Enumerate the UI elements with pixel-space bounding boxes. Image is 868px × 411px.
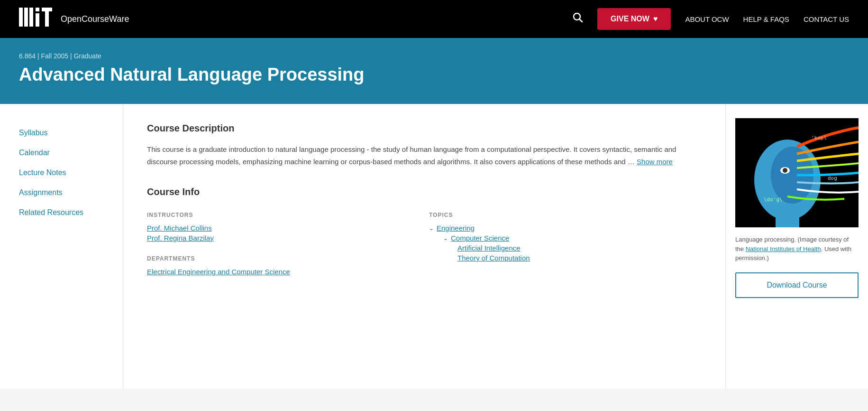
show-more-link[interactable]: Show more <box>637 158 673 166</box>
course-meta: 6.864 | Fall 2005 | Graduate <box>19 52 849 60</box>
nav-contact-us[interactable]: CONTACT US <box>804 15 849 23</box>
heart-icon: ♥ <box>653 15 658 23</box>
sidebar: Syllabus Calendar Lecture Notes Assignme… <box>0 104 123 389</box>
course-info-grid: INSTRUCTORS Prof. Michael Collins Prof. … <box>147 212 702 276</box>
mit-logo-text <box>19 8 57 30</box>
chevron-down-icon-2: ⌄ <box>443 235 448 242</box>
svg-rect-3 <box>36 8 39 11</box>
topics-section: ⌄ Engineering ⌄ Computer Science Ar <box>429 224 702 262</box>
hero-banner: 6.864 | Fall 2005 | Graduate Advanced Na… <box>0 38 868 104</box>
departments-label: DEPARTMENTS <box>147 255 420 262</box>
sidebar-nav-list: Syllabus Calendar Lecture Notes Assignme… <box>0 123 123 223</box>
search-icon[interactable] <box>573 12 583 26</box>
topic-theory-link[interactable]: Theory of Computation <box>457 254 530 262</box>
nav-about-ocw[interactable]: ABOUT OCW <box>685 15 729 23</box>
topic-engineering-link[interactable]: Engineering <box>437 224 475 232</box>
info-left-col: INSTRUCTORS Prof. Michael Collins Prof. … <box>147 212 420 276</box>
svg-rect-6 <box>45 8 49 27</box>
course-image: 'kapl \do'g\ dog <box>735 118 859 227</box>
topic-cs-link[interactable]: Computer Science <box>451 234 509 242</box>
main-container: Syllabus Calendar Lecture Notes Assignme… <box>0 104 868 389</box>
topic-ai-link[interactable]: Artificial Intelligence <box>457 244 521 252</box>
info-right-col: TOPICS ⌄ Engineering ⌄ Computer Science <box>429 212 702 276</box>
instructor-1-link[interactable]: Prof. Regina Barzilay <box>147 234 420 242</box>
svg-point-14 <box>783 168 787 173</box>
svg-rect-11 <box>776 211 799 227</box>
chevron-down-icon: ⌄ <box>429 225 434 232</box>
topic-engineering: ⌄ Engineering ⌄ Computer Science Ar <box>429 224 702 262</box>
give-now-label: GIVE NOW <box>611 15 649 23</box>
svg-text:dog: dog <box>828 175 837 181</box>
sidebar-item-related-resources[interactable]: Related Resources <box>0 203 123 223</box>
svg-rect-0 <box>19 8 23 27</box>
sidebar-item-assignments[interactable]: Assignments <box>0 183 123 203</box>
ocw-label: OpenCourseWare <box>61 14 129 24</box>
topic-cs-section: ⌄ Computer Science Artificial Intelligen… <box>429 234 702 262</box>
sidebar-item-lecture-notes[interactable]: Lecture Notes <box>0 163 123 183</box>
mit-logo-svg <box>19 8 57 27</box>
svg-text:\do'g\: \do'g\ <box>764 196 783 203</box>
course-info-title: Course Info <box>147 187 702 197</box>
svg-text:'kapl: 'kapl <box>811 135 827 141</box>
topic-cs-row: ⌄ Computer Science <box>443 234 702 242</box>
header-nav: GIVE NOW ♥ ABOUT OCW HELP & FAQS CONTACT… <box>573 8 849 30</box>
course-title: Advanced Natural Language Processing <box>19 65 849 85</box>
course-description-text: This course is a graduate introduction t… <box>147 143 702 168</box>
instructor-0-link[interactable]: Prof. Michael Collins <box>147 224 420 232</box>
course-desc-body: This course is a graduate introduction t… <box>147 145 676 166</box>
department-0-link[interactable]: Electrical Engineering and Computer Scie… <box>147 268 290 276</box>
main-content: Course Description This course is a grad… <box>123 104 726 389</box>
instructors-label: INSTRUCTORS <box>147 212 420 218</box>
svg-rect-4 <box>36 13 39 27</box>
right-panel: 'kapl \do'g\ dog Language processing. (I… <box>726 104 868 389</box>
nav-help-faqs[interactable]: HELP & FAQS <box>743 15 789 23</box>
header-left: OpenCourseWare <box>19 8 129 30</box>
course-description-title: Course Description <box>147 123 702 134</box>
topic-ai: Artificial Intelligence <box>457 244 702 252</box>
topic-theory: Theory of Computation <box>457 254 702 262</box>
give-now-button[interactable]: GIVE NOW ♥ <box>597 8 671 30</box>
nih-link[interactable]: National Institutes of Health <box>746 245 821 252</box>
svg-rect-1 <box>24 8 28 27</box>
image-caption: Language processing. (Image courtesy of … <box>735 235 859 263</box>
course-image-svg: 'kapl \do'g\ dog <box>735 118 859 227</box>
sidebar-item-calendar[interactable]: Calendar <box>0 143 123 163</box>
site-header: OpenCourseWare GIVE NOW ♥ ABOUT OCW HELP… <box>0 0 868 38</box>
download-course-button[interactable]: Download Course <box>735 272 859 298</box>
topic-engineering-row: ⌄ Engineering <box>429 224 702 232</box>
topic-cs-children: Artificial Intelligence Theory of Comput… <box>443 244 702 262</box>
topics-label: TOPICS <box>429 212 702 218</box>
mit-logo[interactable]: OpenCourseWare <box>19 8 129 30</box>
svg-line-8 <box>580 19 583 22</box>
sidebar-item-syllabus[interactable]: Syllabus <box>0 123 123 143</box>
svg-rect-2 <box>29 8 33 27</box>
